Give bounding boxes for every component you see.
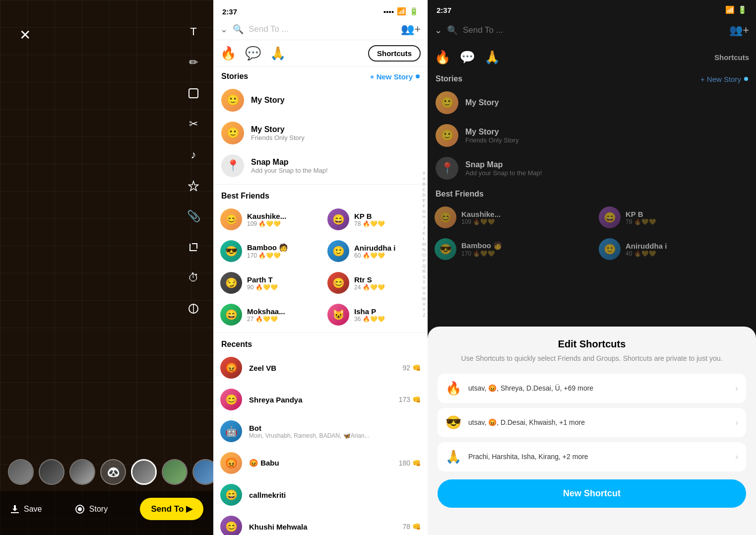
friend-aniruddha[interactable]: 🙂 Aniruddha i 60 🔥💛💛 <box>320 235 428 267</box>
alpha-d[interactable]: D <box>422 193 427 198</box>
alpha-i[interactable]: I <box>422 220 427 225</box>
shortcut-row-sunglasses[interactable]: 😎 utsav, 😡, D.Desai, Khwaish, +1 more › <box>438 408 746 437</box>
filter-item[interactable] <box>8 459 34 485</box>
shortcut-chat[interactable]: 💬 <box>245 46 261 61</box>
my-story-item[interactable]: 🙂 My Story <box>213 84 428 117</box>
p3-search-input[interactable]: Send To ... <box>463 25 724 35</box>
p3-stories-section: Stories + New Story 🙂 My Story 🙂 My Stor… <box>428 69 756 265</box>
alpha-q[interactable]: Q <box>422 264 427 268</box>
alpha-e[interactable]: E <box>422 198 427 203</box>
alpha-y[interactable]: Y <box>422 307 427 312</box>
alpha-hash[interactable]: # <box>422 171 427 176</box>
p3-friend-kaushike[interactable]: 😊 Kaushike... 109 🔥💛💛 <box>428 201 592 233</box>
recent-babu[interactable]: 😡 😡 Babu 180 👊 <box>213 447 428 479</box>
snap-map-item[interactable]: 📍 Snap Map Add your Snap to the Map! <box>213 149 428 182</box>
recent-khushi[interactable]: 😊 Khushi Mehwala 78 👊 <box>213 511 428 535</box>
shortcut-pray[interactable]: 🙏 <box>270 46 286 61</box>
shortcut-row-pray[interactable]: 🙏 Prachi, Harshita, Isha, Kirang, +2 mor… <box>438 442 746 471</box>
friend-kpb[interactable]: 😄 KP B 78 🔥💛💛 <box>320 203 428 235</box>
alpha-p[interactable]: P <box>422 258 427 263</box>
filter-item-selected[interactable] <box>131 459 157 485</box>
p3-my-story-friends-item[interactable]: 🙂 My Story Friends Only Story <box>428 119 756 152</box>
pen-tool[interactable]: ✏ <box>183 52 204 73</box>
friend-kaushike[interactable]: 😊 Kaushike... 109 🔥💛💛 <box>213 203 320 235</box>
filter-tool[interactable] <box>183 298 204 320</box>
alpha-z[interactable]: Z <box>422 313 427 318</box>
timer-tool[interactable]: ⏱ <box>183 267 204 289</box>
alpha-w[interactable]: W <box>422 296 427 301</box>
p3-friend-bamboo[interactable]: 😎 Bamboo 🧑 170 🔥💛💛 <box>428 233 592 265</box>
alpha-u[interactable]: U <box>422 285 427 290</box>
friend-parth[interactable]: 😏 Parth T 90 🔥💛💛 <box>213 267 320 299</box>
story-button[interactable]: Story <box>74 504 108 515</box>
p3-shortcut-chat[interactable]: 💬 <box>459 50 475 65</box>
alpha-c[interactable]: C <box>422 187 427 192</box>
alpha-f[interactable]: F <box>422 203 427 208</box>
filter-item[interactable] <box>39 459 64 485</box>
filter-item[interactable] <box>162 459 188 485</box>
search-input[interactable]: Send To ... <box>249 24 396 34</box>
recent-bot[interactable]: 🤖 Bot Moin, Vrushabh, Ramesh, BADAN, 🦋Ar… <box>213 415 428 447</box>
shortcut-row-fire[interactable]: 🔥 utsav, 😡, Shreya, D.Desai, Ü, +69 more… <box>438 374 746 403</box>
my-story-friends-item[interactable]: 🙂 My Story Friends Only Story <box>213 117 428 149</box>
alpha-o[interactable]: O <box>422 253 427 258</box>
filter-item[interactable]: 🐼 <box>100 459 126 485</box>
p3-add-friend-button[interactable]: 👥+ <box>729 24 749 37</box>
alpha-g[interactable]: G <box>422 209 427 214</box>
scissors-tool[interactable]: ✂ <box>183 113 204 135</box>
alpha-a[interactable]: A <box>422 176 427 181</box>
alpha-b[interactable]: B <box>422 182 427 187</box>
add-friend-button[interactable]: 👥+ <box>401 23 421 36</box>
alpha-r[interactable]: R <box>422 269 427 274</box>
filter-item[interactable] <box>69 459 95 485</box>
crop-tool[interactable] <box>183 236 204 258</box>
save-button[interactable]: Save <box>10 504 42 514</box>
alpha-h[interactable]: H <box>422 214 427 219</box>
friend-rtr[interactable]: 😊 Rtr S 24 🔥💛💛 <box>320 267 428 299</box>
filter-item[interactable] <box>192 459 213 485</box>
friend-avatar-aniruddha: 🙂 <box>327 240 349 262</box>
alpha-t[interactable]: T <box>422 280 427 285</box>
my-story-friends-avatar: 🙂 <box>221 122 244 144</box>
p3-emoji-bar: 🔥 💬 🙏 Shortcuts <box>428 45 756 70</box>
p3-friend-kpb[interactable]: 😄 KP B 78 🔥💛💛 <box>592 201 756 233</box>
p3-my-story-item[interactable]: 🙂 My Story <box>428 86 756 119</box>
alpha-j[interactable]: J <box>422 225 427 230</box>
p3-status-bar: 2:37 📶🔋 <box>428 0 756 20</box>
text-tool[interactable]: T <box>183 21 204 43</box>
alpha-v[interactable]: V <box>422 291 427 296</box>
new-shortcut-button[interactable]: New Shortcut <box>438 479 746 508</box>
p3-shortcut-pray[interactable]: 🙏 <box>484 50 500 65</box>
shortcuts-button[interactable]: Shortcuts <box>368 45 421 62</box>
p3-shortcut-fire[interactable]: 🔥 <box>435 50 450 65</box>
friend-name-parth: Parth T <box>247 275 314 284</box>
friend-bamboo[interactable]: 😎 Bamboo 🧑 170 🔥💛💛 <box>213 235 320 267</box>
alpha-x[interactable]: X <box>422 302 427 307</box>
p3-friend-aniruddha[interactable]: 🙂 Aniruddha i 40 🔥💛💛 <box>592 233 756 265</box>
friend-isha[interactable]: 😺 Isha P 36 🔥💛💛 <box>320 299 428 331</box>
close-button[interactable]: ✕ <box>14 24 36 46</box>
new-story-button[interactable]: + New Story <box>370 72 420 81</box>
send-to-button[interactable]: Send To ▶ <box>140 498 203 520</box>
friend-moksha[interactable]: 😄 Mokshaa... 27 🔥💛💛 <box>213 299 320 331</box>
paperclip-tool[interactable]: 📎 <box>183 205 204 227</box>
alpha-m[interactable]: M <box>422 242 427 247</box>
sticker-tool[interactable] <box>183 82 204 104</box>
shortcut-fire[interactable]: 🔥 <box>220 46 236 61</box>
stories-section-header: Stories + New Story <box>213 67 428 84</box>
alpha-k[interactable]: K <box>422 231 427 236</box>
recent-callmekriti[interactable]: 😄 callmekriti <box>213 479 428 511</box>
shortcut-text-fire: utsav, 😡, Shreya, D.Desai, Ü, +69 more <box>468 384 728 392</box>
p3-new-story-button[interactable]: + New Story <box>700 75 748 83</box>
chevron-down-icon[interactable]: ⌄ <box>220 24 228 35</box>
recent-zeel[interactable]: 😡 Zeel VB 92 👊 <box>213 352 428 384</box>
send-panel-scroll[interactable]: Stories + New Story 🙂 My Story 🙂 My Stor… <box>213 67 428 535</box>
p3-chevron-icon[interactable]: ⌄ <box>435 25 442 36</box>
recent-shreya[interactable]: 😊 Shreya Pandya 173 👊 <box>213 384 428 415</box>
alpha-n[interactable]: N <box>422 247 427 252</box>
alpha-l[interactable]: L <box>422 236 427 241</box>
star-tool[interactable] <box>183 175 204 197</box>
alpha-s[interactable]: S <box>422 274 427 279</box>
p3-snap-map-item[interactable]: 📍 Snap Map Add your Snap to the Map! <box>428 152 756 185</box>
music-tool[interactable]: ♪ <box>183 144 204 166</box>
